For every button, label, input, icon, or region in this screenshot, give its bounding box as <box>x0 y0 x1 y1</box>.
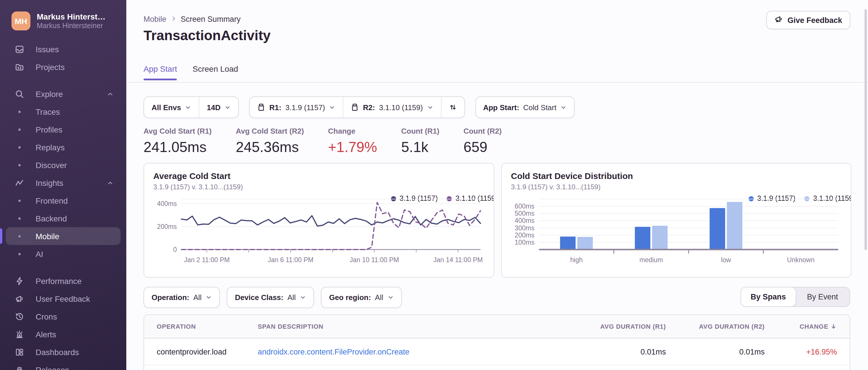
svg-text:500ms: 500ms <box>515 210 534 217</box>
app-start-type-filter[interactable]: App Start: Cold Start <box>476 97 574 117</box>
release-1-label: R1: <box>269 103 281 111</box>
release-compare-group: R1: 3.1.9 (1157) R2: 3.1.10 (1159) <box>249 96 465 118</box>
svg-text:200ms: 200ms <box>515 232 534 239</box>
sidebar-item-label: Mobile <box>36 232 59 241</box>
operation-filter-value: All <box>193 293 202 302</box>
column-header-operation[interactable]: OPERATION <box>144 323 258 330</box>
bullet-icon <box>15 249 24 259</box>
sidebar-item-profiles[interactable]: Profiles <box>6 121 121 138</box>
sidebar-item-backend[interactable]: Backend <box>6 209 121 227</box>
environment-filter[interactable]: All Envs <box>144 97 199 117</box>
svg-text:Jan 2 11:00 PM: Jan 2 11:00 PM <box>184 256 229 264</box>
table-header-row: OPERATION SPAN DESCRIPTION AVG DURATION … <box>144 315 849 338</box>
sidebar-item-discover[interactable]: Discover <box>6 156 121 174</box>
sidebar: MH Markus Hinterst… Markus Hintersteiner… <box>0 0 126 370</box>
chart-title: Cold Start Device Distribution <box>511 171 633 181</box>
sidebar-item-replays[interactable]: Replays <box>6 138 121 156</box>
sidebar-item-crons[interactable]: Crons <box>6 307 121 325</box>
sidebar-item-dashboards[interactable]: Dashboards <box>6 343 121 361</box>
sidebar-item-alerts[interactable]: Alerts <box>6 325 121 343</box>
date-range-filter[interactable]: 14D <box>199 97 239 117</box>
date-range-value: 14D <box>207 103 221 111</box>
stat-avg-cold-start-r2: Avg Cold Start (R2) 245.36ms <box>236 127 304 156</box>
sidebar-item-traces[interactable]: Traces <box>6 103 121 121</box>
column-header-change[interactable]: CHANGE <box>765 323 850 330</box>
bullet-icon <box>15 107 24 116</box>
sidebar-item-label: Projects <box>36 62 65 71</box>
scrollbar-thumb[interactable] <box>865 9 867 250</box>
sidebar-item-label: Explore <box>36 89 63 98</box>
bullet-icon <box>15 142 24 152</box>
stat-value: 659 <box>464 139 502 156</box>
release-2-selector[interactable]: R2: 3.1.10 (1159) <box>343 97 441 117</box>
cell-avg-duration-r2: 0.01ms <box>666 347 765 356</box>
svg-text:600ms: 600ms <box>515 202 534 210</box>
swap-arrows-icon <box>448 103 457 111</box>
sidebar-item-frontend[interactable]: Frontend <box>6 192 121 209</box>
bar-chart: 100ms200ms300ms400ms500ms600mshighmedium… <box>510 195 842 271</box>
org-switcher[interactable]: MH Markus Hinterst… Markus Hintersteiner <box>0 0 126 30</box>
swap-releases-button[interactable] <box>441 97 464 117</box>
by-spans-button[interactable]: By Spans <box>741 287 796 307</box>
sidebar-item-label: User Feedback <box>36 294 90 303</box>
device-class-filter[interactable]: Device Class: All <box>227 287 314 308</box>
sidebar-item-releases[interactable]: Releases <box>6 361 121 370</box>
sidebar-item-performance[interactable]: Performance <box>6 272 121 290</box>
main-content: Mobile Screen Summary Give Feedback Tran… <box>126 0 868 370</box>
stat-value: 245.36ms <box>236 139 304 156</box>
sidebar-item-ai[interactable]: AI <box>6 245 121 263</box>
stat-count-r2: Count (R2) 659 <box>464 127 502 156</box>
insights-icon <box>15 178 24 187</box>
operation-filter[interactable]: Operation: All <box>144 287 220 308</box>
sidebar-item-label: Backend <box>36 214 67 223</box>
stat-change: Change +1.79% <box>328 127 377 156</box>
release-1-selector[interactable]: R1: 3.1.9 (1157) <box>250 97 343 117</box>
span-description-link[interactable]: androidx.core.content.FileProvider.onCre… <box>258 347 409 356</box>
column-header-span-description[interactable]: SPAN DESCRIPTION <box>258 323 556 330</box>
column-header-avg-duration-r1[interactable]: AVG DURATION (R1) <box>556 323 666 330</box>
user-block: Markus Hinterst… Markus Hintersteiner <box>37 12 105 30</box>
stats-row: Avg Cold Start (R1) 241.05ms Avg Cold St… <box>144 127 502 156</box>
by-event-button[interactable]: By Event <box>795 288 849 306</box>
svg-text:high: high <box>570 256 583 264</box>
spans-event-toggle: By Spans By Event <box>741 287 850 307</box>
cell-avg-duration-r1: 0.01ms <box>556 347 666 356</box>
bullet-icon <box>15 196 24 205</box>
column-header-change-label: CHANGE <box>800 323 828 330</box>
sidebar-item-label: Traces <box>36 107 60 116</box>
sidebar-item-explore[interactable]: Explore <box>6 85 121 103</box>
chevron-down-icon <box>387 294 394 301</box>
stat-label: Count (R1) <box>401 127 439 135</box>
tab-app-start[interactable]: App Start <box>144 64 177 80</box>
column-header-avg-duration-r2[interactable]: AVG DURATION (R2) <box>666 323 765 330</box>
sidebar-item-label: Frontend <box>36 196 68 205</box>
sidebar-item-mobile[interactable]: Mobile <box>6 227 121 245</box>
issues-icon <box>15 44 24 54</box>
spans-table: OPERATION SPAN DESCRIPTION AVG DURATION … <box>144 314 850 370</box>
breadcrumb-link-mobile[interactable]: Mobile <box>144 15 166 24</box>
app-start-type-label: App Start: <box>483 103 519 111</box>
tab-screen-load[interactable]: Screen Load <box>193 64 238 80</box>
sidebar-item-issues[interactable]: Issues <box>6 40 121 58</box>
stat-label: Avg Cold Start (R1) <box>144 127 212 135</box>
environment-value: All Envs <box>152 103 181 111</box>
sidebar-item-user-feedback[interactable]: User Feedback <box>6 290 121 307</box>
chevron-down-icon <box>206 294 212 301</box>
cell-change: +16.95% <box>765 347 850 356</box>
geo-region-filter[interactable]: Geo region: All <box>321 287 402 308</box>
bullet-icon <box>15 214 24 223</box>
sidebar-item-insights[interactable]: Insights <box>6 174 121 192</box>
bullet-icon <box>15 232 24 241</box>
avg-cold-start-panel: Average Cold Start 3.1.9 (1157) v. 3.1.1… <box>144 163 494 278</box>
sidebar-item-label: AI <box>36 249 43 259</box>
sidebar-item-projects[interactable]: Projects <box>6 58 121 76</box>
sidebar-item-label: Dashboards <box>36 347 79 357</box>
chart-title: Average Cold Start <box>153 171 230 181</box>
geo-region-filter-label: Geo region: <box>329 293 371 302</box>
give-feedback-button[interactable]: Give Feedback <box>766 11 850 29</box>
org-name: Markus Hintersteiner <box>37 22 105 30</box>
chart-subtitle: 3.1.9 (1157) v. 3.1.10...(1159) <box>153 183 243 191</box>
sidebar-item-label: Releases <box>36 365 69 370</box>
tab-bar: App Start Screen Load <box>144 64 238 80</box>
sidebar-item-label: Profiles <box>36 125 62 134</box>
